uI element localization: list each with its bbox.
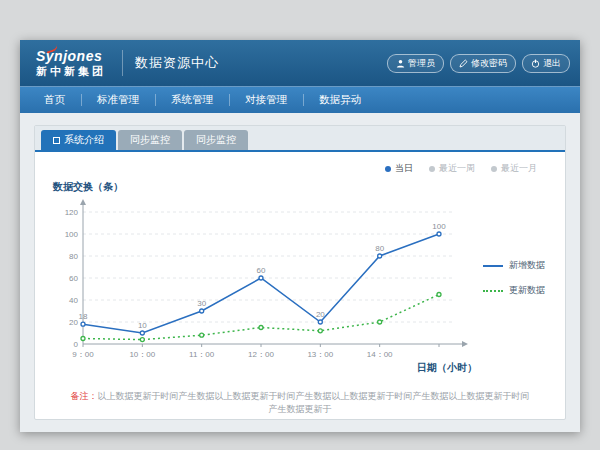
panel-body: 当日 最近一周 最近一月 数据交换（条） 0204060801	[35, 152, 565, 419]
tab-label: 系统介绍	[64, 133, 104, 147]
svg-text:10: 10	[138, 321, 147, 330]
svg-text:20: 20	[69, 318, 78, 327]
header-divider	[122, 50, 123, 76]
svg-text:60: 60	[257, 266, 266, 275]
admin-user-label: 管理员	[408, 57, 435, 70]
nav-item-label: 对接管理	[245, 93, 287, 107]
y-axis-title: 数据交换（条）	[53, 180, 551, 194]
series-legend: 新增数据更新数据	[479, 259, 551, 297]
change-password-label: 修改密码	[471, 57, 507, 70]
user-icon	[396, 59, 405, 68]
svg-text:10：00: 10：00	[129, 350, 155, 359]
footnote-label: 备注：	[71, 391, 98, 401]
svg-text:120: 120	[65, 208, 79, 217]
series-line-sample-icon	[483, 290, 503, 292]
change-password-button[interactable]: 修改密码	[450, 54, 516, 73]
chart-row: 0204060801001209：0010：0011：0012：0013：001…	[49, 196, 551, 374]
nav-item-standard-management[interactable]: 标准管理	[81, 87, 155, 113]
tab-label: 同步监控	[196, 133, 236, 147]
line-chart: 0204060801001209：0010：0011：0012：0013：001…	[49, 196, 479, 374]
nav-item-data-change[interactable]: 数据异动	[303, 87, 377, 113]
svg-text:100: 100	[432, 222, 446, 231]
filter-label: 最近一月	[501, 162, 537, 175]
series-name: 更新数据	[509, 284, 545, 297]
filter-label: 最近一周	[439, 162, 475, 175]
nav-item-label: 系统管理	[171, 93, 213, 107]
tab-system-intro[interactable]: 系统介绍	[41, 130, 116, 150]
tab-sync-monitor-1[interactable]: 同步监控	[118, 130, 182, 150]
svg-text:13：00: 13：00	[307, 350, 333, 359]
main-nav: 首页 标准管理 系统管理 对接管理 数据异动	[20, 86, 580, 113]
series-name: 新增数据	[509, 259, 545, 272]
series-legend-item[interactable]: 新增数据	[483, 259, 551, 272]
series-line-sample-icon	[483, 265, 503, 267]
filter-label: 当日	[395, 162, 413, 175]
series-legend-item[interactable]: 更新数据	[483, 284, 551, 297]
svg-text:30: 30	[197, 299, 206, 308]
footnote-text: 以上数据更新于时间产生数据以上数据更新于时间产生数据以上数据更新于时间产生数据以…	[98, 391, 530, 414]
svg-text:40: 40	[69, 296, 78, 305]
tab-bar: 系统介绍 同步监控 同步监控	[35, 126, 565, 152]
tab-grid-icon	[53, 137, 60, 144]
svg-text:日期（小时）: 日期（小时）	[417, 362, 477, 373]
app-header: Synjones 新中新集团 数据资源中心 管理员 修改密码	[20, 40, 580, 86]
footnote: 备注：以上数据更新于时间产生数据以上数据更新于时间产生数据以上数据更新于时间产生…	[49, 390, 551, 416]
svg-text:14：00: 14：00	[367, 350, 393, 359]
svg-text:20: 20	[316, 310, 325, 319]
logo: Synjones 新中新集团	[36, 49, 106, 77]
app-window: Synjones 新中新集团 数据资源中心 管理员 修改密码	[20, 40, 580, 432]
content-panel: 系统介绍 同步监控 同步监控 当日	[34, 125, 566, 420]
app-title: 数据资源中心	[135, 54, 219, 72]
svg-text:100: 100	[65, 230, 79, 239]
desktop-background: Synjones 新中新集团 数据资源中心 管理员 修改密码	[0, 0, 600, 450]
svg-text:9：00: 9：00	[72, 350, 94, 359]
logout-icon	[531, 59, 540, 68]
svg-text:12：00: 12：00	[248, 350, 274, 359]
nav-item-label: 数据异动	[319, 93, 361, 107]
svg-text:80: 80	[69, 252, 78, 261]
nav-item-label: 标准管理	[97, 93, 139, 107]
nav-item-home[interactable]: 首页	[28, 87, 81, 113]
svg-text:11：00: 11：00	[189, 350, 215, 359]
svg-text:18: 18	[79, 312, 88, 321]
edit-icon	[459, 59, 468, 68]
logout-button[interactable]: 退出	[522, 54, 570, 73]
filter-today[interactable]: 当日	[385, 162, 413, 175]
logo-company: 新中新集团	[36, 66, 106, 77]
nav-item-system-management[interactable]: 系统管理	[155, 87, 229, 113]
nav-item-connection-management[interactable]: 对接管理	[229, 87, 303, 113]
content-area: 系统介绍 同步监控 同步监控 当日	[20, 113, 580, 432]
nav-item-label: 首页	[44, 93, 65, 107]
svg-text:0: 0	[74, 340, 79, 349]
svg-text:60: 60	[69, 274, 78, 283]
tab-sync-monitor-2[interactable]: 同步监控	[184, 130, 248, 150]
admin-user-button[interactable]: 管理员	[387, 54, 444, 73]
filter-dot-icon	[491, 166, 497, 172]
tab-label: 同步监控	[130, 133, 170, 147]
svg-text:80: 80	[375, 244, 384, 253]
time-filter-legend: 当日 最近一周 最近一月	[385, 162, 537, 175]
filter-last-month[interactable]: 最近一月	[491, 162, 537, 175]
filter-dot-icon	[429, 166, 435, 172]
header-actions: 管理员 修改密码 退出	[387, 54, 570, 73]
filter-dot-icon	[385, 166, 391, 172]
logout-label: 退出	[543, 57, 561, 70]
filter-last-week[interactable]: 最近一周	[429, 162, 475, 175]
